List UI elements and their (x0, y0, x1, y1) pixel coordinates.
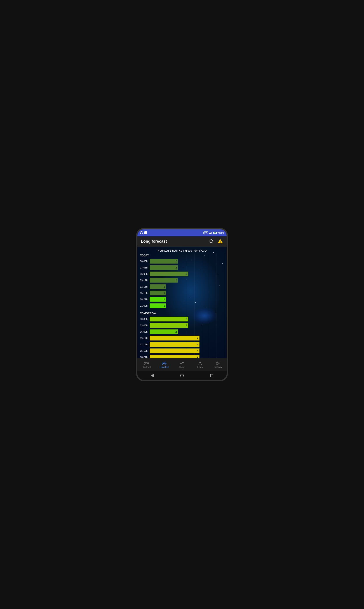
kp-bar: 4 (150, 342, 199, 347)
time-label: 18-21h (140, 298, 150, 301)
settings-label: Settings (214, 366, 221, 368)
time-label: 12-15h (140, 343, 150, 346)
back-button[interactable] (151, 374, 154, 377)
today-bar-row: 03-06h 2 (140, 265, 224, 271)
nav-settings[interactable]: Settings (209, 361, 227, 368)
svg-point-1 (146, 363, 147, 364)
kp-bar: 2 (150, 278, 178, 283)
graph-label: Graph (179, 366, 185, 368)
svg-point-2 (163, 363, 165, 364)
status-bar: LTE 6:59 (137, 229, 227, 236)
bar-container: 3 (150, 323, 224, 328)
tomorrow-label: TOMORROW (140, 312, 224, 315)
kp-bar: 2 (150, 265, 178, 270)
bar-container: 1 (150, 291, 224, 295)
forecast-scroll-area[interactable]: Predicted 3-hour Kp-indices from NOAA TO… (137, 247, 227, 358)
device-frame: LTE 6:59 Long forecast (136, 228, 228, 381)
signal-strength-icon (209, 231, 212, 234)
time-label: 06-09h (140, 273, 150, 275)
kp-bar: 2 (150, 259, 178, 264)
bar-container: 1 (150, 303, 224, 308)
app-title: Long forecast (141, 239, 167, 244)
nav-alerts[interactable]: ! Alerts (191, 361, 209, 368)
bottom-nav: Short fcst Long fcst Graph (137, 358, 227, 371)
bar-container: 2 (150, 278, 224, 283)
today-bar-row: 18-21h 1 (140, 297, 224, 302)
today-bar-row: 12-15h 1 (140, 284, 224, 289)
bar-value: 4 (197, 337, 198, 339)
bar-value: 2 (175, 260, 177, 263)
battery-icon (213, 232, 217, 234)
status-time: 6:59 (218, 231, 224, 234)
alerts-label: Alerts (197, 366, 203, 368)
nav-short-fcst[interactable]: Short fcst (137, 361, 155, 368)
today-bar-row: 21-00h 1 (140, 303, 224, 309)
system-nav (137, 371, 227, 380)
app-bar: Long forecast ! (137, 236, 227, 247)
nav-graph[interactable]: Graph (173, 361, 191, 368)
bar-value: 3 (186, 273, 187, 275)
kp-bar: 1 (150, 284, 166, 289)
lte-badge: LTE (203, 231, 208, 234)
bar-value: 1 (164, 298, 165, 301)
time-label: 15-18h (140, 292, 150, 294)
status-left (140, 231, 147, 234)
short-fcst-label: Short fcst (142, 366, 151, 368)
forecast-title: Predicted 3-hour Kp-indices from NOAA (140, 249, 224, 252)
long-fcst-label: Long fcst (160, 366, 169, 368)
time-label: 18-21h (140, 356, 150, 358)
today-label: TODAY (140, 254, 224, 257)
bar-value: 1 (164, 292, 165, 294)
bar-container: 4 (150, 342, 224, 347)
signal-circle-icon (140, 231, 143, 234)
tomorrow-bar-row: 18-21h 4 (140, 354, 224, 358)
tomorrow-bar-row: 09-12h 4 (140, 335, 224, 341)
refresh-icon (209, 239, 214, 244)
main-content: Predicted 3-hour Kp-indices from NOAA TO… (137, 247, 227, 358)
time-label: 03-06h (140, 324, 150, 327)
bar-container: 3 (150, 271, 224, 276)
sim-icon (144, 231, 147, 234)
today-bar-row: 00-03h 2 (140, 258, 224, 264)
bar-value: 4 (197, 343, 198, 346)
bar-value: 4 (197, 350, 198, 352)
svg-point-4 (217, 363, 218, 364)
svg-text:!: ! (220, 241, 221, 243)
kp-bar: 4 (150, 355, 199, 358)
graph-icon (179, 361, 185, 365)
alert-button[interactable]: ! (217, 239, 223, 245)
bar-value: 1 (164, 304, 165, 307)
bar-container: 2 (150, 265, 224, 270)
today-bar-row: 09-12h 2 (140, 277, 224, 283)
time-label: 00-03h (140, 260, 150, 263)
bar-container: 4 (150, 355, 224, 358)
home-button[interactable] (180, 374, 184, 377)
bar-container: 1 (150, 297, 224, 302)
kp-bar: 1 (150, 291, 166, 295)
bar-value: 3 (186, 318, 187, 320)
settings-icon (215, 361, 220, 365)
time-label: 21-00h (140, 304, 150, 307)
today-bar-row: 06-09h 3 (140, 271, 224, 277)
bar-container: 1 (150, 284, 224, 289)
status-right: LTE 6:59 (203, 231, 224, 234)
bar-value: 2 (175, 279, 177, 282)
bar-container: 4 (150, 348, 224, 353)
bar-container: 2 (150, 259, 224, 264)
bar-container: 2 (150, 329, 224, 334)
kp-bar: 3 (150, 323, 188, 328)
refresh-button[interactable] (209, 239, 214, 245)
tomorrow-bar-row: 00-03h 3 (140, 316, 224, 322)
recent-button[interactable] (210, 374, 213, 377)
kp-bar: 3 (150, 271, 188, 276)
nav-long-fcst[interactable]: Long fcst (155, 361, 173, 368)
bar-container: 3 (150, 317, 224, 322)
tomorrow-bar-row: 12-15h 4 (140, 342, 224, 347)
tomorrow-bar-row: 15-18h 4 (140, 348, 224, 354)
antenna-icon (144, 361, 149, 365)
kp-bar: 4 (150, 348, 199, 353)
kp-bar: 4 (150, 336, 199, 340)
time-label: 09-12h (140, 279, 150, 282)
today-bar-row: 15-18h 1 (140, 290, 224, 296)
long-forecast-icon (161, 361, 167, 365)
